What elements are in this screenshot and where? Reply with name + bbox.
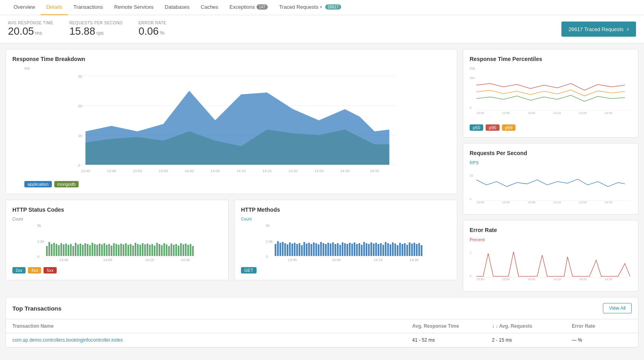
error-rate-chart: 1 0 13:40 13:50 14:00 14:10 14:20 14:30 (470, 244, 632, 283)
y-label-ms: ms (24, 66, 450, 71)
svg-rect-126 (347, 244, 348, 256)
svg-rect-35 (68, 245, 69, 256)
svg-rect-107 (301, 245, 303, 256)
svg-text:14:00: 14:00 (527, 277, 535, 281)
legend-5xx: 5xx (43, 267, 57, 273)
svg-rect-82 (180, 243, 182, 256)
exceptions-badge: 147 (257, 4, 268, 10)
svg-text:14:20: 14:20 (288, 169, 298, 173)
svg-rect-38 (75, 243, 77, 256)
table-row: com.ap.demo.controllers.bookinginfocontr… (6, 333, 638, 347)
svg-rect-150 (404, 243, 406, 256)
svg-text:0: 0 (266, 255, 268, 259)
nav-overview[interactable]: Overview (8, 0, 41, 15)
transaction-error-rate: — % (572, 337, 632, 343)
svg-rect-36 (70, 244, 72, 256)
svg-rect-59 (125, 243, 127, 256)
view-all-button[interactable]: View All (603, 303, 632, 313)
col-avg-requests: ↓↓ Avg. Requests (492, 323, 572, 329)
nav-traced-requests[interactable]: Traced Requests ▾ 26617 (273, 0, 346, 15)
traced-btn-arrow-icon: › (627, 26, 629, 33)
svg-rect-100 (284, 243, 286, 256)
response-breakdown-legend: application mongodb (24, 181, 450, 187)
svg-rect-68 (147, 244, 148, 256)
nav-exceptions[interactable]: Exceptions 147 (224, 0, 273, 15)
svg-text:14:30: 14:30 (340, 169, 350, 173)
response-breakdown-chart: 30 20 10 0 13:40 13:45 13:50 13:55 14:00… (24, 72, 450, 176)
svg-rect-29 (53, 243, 55, 256)
svg-rect-73 (159, 244, 160, 256)
svg-rect-46 (94, 244, 96, 256)
svg-text:2.5k: 2.5k (38, 240, 45, 244)
svg-text:14:20: 14:20 (579, 201, 587, 204)
svg-text:14:15: 14:15 (145, 258, 154, 262)
response-percentiles-title: Response Time Percentiles (470, 56, 632, 62)
svg-text:30: 30 (78, 75, 82, 79)
svg-rect-85 (188, 245, 189, 256)
svg-rect-70 (152, 244, 153, 256)
nav-databases[interactable]: Databases (159, 0, 195, 15)
percentiles-legend: p50 p95 p99 (470, 124, 632, 131)
legend-p99: p99 (502, 124, 516, 131)
svg-text:5k: 5k (38, 224, 41, 228)
rps-chart: 20 0 13:40 13:50 14:00 14:10 14:20 14:30 (470, 167, 632, 207)
svg-rect-63 (135, 243, 136, 256)
svg-rect-101 (287, 244, 288, 256)
svg-rect-65 (140, 245, 141, 256)
svg-rect-116 (323, 243, 324, 256)
svg-rect-86 (190, 244, 192, 256)
http-status-count-label: Count (12, 217, 222, 221)
svg-rect-28 (51, 244, 53, 256)
svg-rect-140 (380, 243, 382, 256)
svg-text:13:55: 13:55 (159, 169, 168, 173)
svg-rect-34 (65, 244, 67, 256)
svg-rect-69 (149, 245, 151, 256)
svg-text:13:50: 13:50 (502, 111, 510, 115)
legend-mongodb: mongodb (54, 181, 79, 187)
svg-text:14:30: 14:30 (604, 201, 612, 204)
svg-rect-79 (173, 245, 175, 256)
transaction-name-link[interactable]: com.ap.demo.controllers.bookinginfocontr… (12, 337, 412, 343)
svg-rect-139 (378, 244, 379, 256)
svg-rect-128 (352, 244, 353, 256)
svg-rect-119 (330, 244, 332, 256)
svg-rect-131 (359, 243, 360, 256)
svg-rect-104 (294, 243, 296, 256)
svg-rect-55 (116, 244, 117, 256)
traced-requests-btn-container: 26617 Traced Requests › (561, 22, 636, 37)
svg-text:14:00: 14:00 (103, 258, 113, 262)
traced-arrow-icon: ▾ (320, 5, 322, 9)
svg-rect-64 (137, 244, 139, 256)
svg-rect-111 (311, 244, 312, 256)
svg-rect-32 (61, 243, 62, 256)
http-methods-legend: GET (241, 267, 450, 273)
svg-rect-103 (292, 244, 293, 256)
svg-text:14:10: 14:10 (237, 169, 246, 173)
svg-rect-98 (280, 243, 281, 256)
svg-rect-145 (392, 242, 394, 256)
http-status-legend: 2xx 4xx 5xx (12, 267, 222, 273)
transactions-section: Top Transactions View All Transaction Na… (6, 297, 638, 348)
nav-caches[interactable]: Caches (195, 0, 224, 15)
svg-rect-99 (282, 242, 284, 256)
traced-requests-button[interactable]: 26617 Traced Requests › (561, 22, 636, 37)
svg-text:20: 20 (470, 174, 473, 177)
legend-p95: p95 (486, 124, 499, 131)
svg-rect-43 (87, 244, 89, 256)
http-status-chart: 5k 2.5k 0 (12, 222, 222, 262)
svg-text:0: 0 (470, 197, 471, 201)
svg-rect-58 (123, 244, 124, 256)
svg-rect-153 (411, 244, 413, 256)
svg-rect-151 (407, 245, 408, 256)
svg-rect-132 (361, 245, 363, 256)
response-breakdown-title: Response Time Breakdown (12, 56, 450, 62)
svg-rect-105 (296, 244, 298, 256)
svg-rect-121 (335, 244, 336, 256)
svg-rect-76 (166, 244, 168, 256)
nav-transactions[interactable]: Transactions (68, 0, 109, 15)
svg-text:20: 20 (78, 104, 82, 108)
svg-rect-109 (306, 244, 308, 256)
nav-remote-services[interactable]: Remote Services (109, 0, 159, 15)
svg-rect-26 (46, 246, 48, 256)
nav-details[interactable]: Details (41, 0, 68, 15)
